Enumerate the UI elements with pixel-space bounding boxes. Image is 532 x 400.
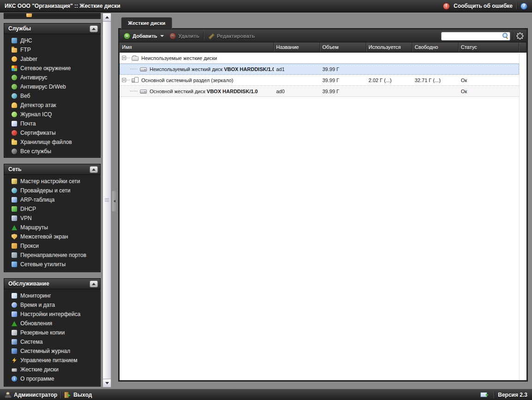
sidebar-collapse-handle[interactable] [112, 191, 116, 211]
report-error-link[interactable]: Сообщить об ошибке [453, 3, 513, 9]
scrollbar-thumb[interactable] [103, 22, 111, 379]
sidebar-item-icq-log[interactable]: Журнал ICQ [4, 110, 100, 119]
sidebar-item-interface-settings[interactable]: Настройки интерфейса [4, 310, 100, 319]
tab-hard-disks[interactable]: Жесткие диски [121, 17, 172, 29]
sidebar-item-vpn-server[interactable]: VPN [4, 214, 100, 223]
sidebar-item-proxy-lock[interactable]: Прокси [4, 241, 100, 251]
row-name-text: Неиспользуемые жесткие диски [141, 55, 217, 61]
sidebar-panel-partial [4, 13, 101, 19]
mail-envelope-icon [12, 121, 17, 126]
collapse-section-button[interactable] [90, 281, 98, 287]
sidebar-item-system-monitor[interactable]: Система [4, 337, 100, 346]
sidebar-item-attack-detector-bell[interactable]: Детектор атак [4, 101, 100, 110]
scroll-up-button[interactable] [103, 13, 111, 22]
system-log-book-icon [12, 348, 17, 354]
sidebar-item-routes-arrow[interactable]: Маршруты [4, 223, 100, 232]
sidebar-item-label: DHCP [20, 206, 36, 212]
antivirus-icon [12, 75, 17, 80]
sidebar-item-backup[interactable]: Резервные копии [4, 328, 100, 337]
sidebar-item-ftp-folder[interactable]: FTP [4, 45, 100, 54]
sidebar-item-firewall-shield[interactable]: Межсетевой экран [4, 232, 100, 241]
gear-icon[interactable] [516, 32, 524, 40]
column-header[interactable]: Имя [120, 42, 274, 52]
sidebar-item-antivirus[interactable]: Антивирус [4, 73, 100, 82]
sidebar-item-port-forwarding[interactable]: Перенаправление портов [4, 251, 100, 260]
device-cell: ad0 [274, 89, 320, 94]
sidebar-item-network-tools-wrench[interactable]: Сетевые утилиты [4, 260, 100, 269]
sidebar-item-clock[interactable]: Время и дата [4, 300, 100, 310]
dns-tag-icon [12, 38, 17, 43]
sidebar-section-network: Сеть Мастер настройки сетиПровайдеры и с… [4, 164, 101, 272]
sidebar-item-label: Провайдеры и сети [20, 187, 70, 194]
statusbar-separator [60, 392, 61, 398]
row-name-text: Основной системный раздел (зеркало) [141, 78, 233, 83]
scroll-down-button[interactable] [103, 379, 111, 387]
tree-collapse-toggle[interactable] [122, 78, 126, 82]
sidebar-item-arp-table[interactable]: ARP-таблица [4, 195, 100, 204]
sidebar-item-power-bolt[interactable]: Управление питанием [4, 356, 100, 365]
tree-connector [127, 80, 130, 80]
sidebar-item-antivirus-drweb[interactable]: Антивирус DrWeb [4, 82, 100, 91]
column-header[interactable]: Название [274, 42, 320, 52]
interface-settings-icon [12, 311, 17, 317]
sidebar-item-certificates[interactable]: Сертификаты [4, 128, 100, 137]
edit-button[interactable]: Редактировать [206, 33, 256, 39]
volume-cell: 39.99 Г [320, 66, 366, 72]
sidebar-item-label: Все службы [20, 148, 51, 155]
tree-collapse-toggle[interactable] [122, 56, 126, 60]
delete-button[interactable]: − Удалить [168, 33, 200, 39]
sidebar-scrollbar[interactable] [103, 13, 111, 388]
sidebar-item-label: Сертификаты [20, 130, 56, 136]
sidebar-item-about-info[interactable]: iО программе [4, 374, 100, 383]
volume-cell: 39.99 Г [320, 89, 366, 94]
disks-grid: ИмяНазваниеОбъемИспользуетсяСвободноСтат… [120, 42, 526, 380]
section-items: МониторингВремя и датаНастройки интерфей… [4, 289, 100, 383]
logout-door-icon [64, 392, 69, 398]
table-row[interactable]: Основной жесткий диск VBOX HARDDISK/1.0a… [120, 86, 519, 97]
sidebar-item-providers-globe[interactable]: Провайдеры и сети [4, 186, 100, 195]
port-forwarding-icon [12, 252, 17, 258]
column-header[interactable]: Статус [459, 42, 519, 52]
sidebar-item-system-log-book[interactable]: Системный журнал [4, 346, 100, 356]
table-row[interactable]: Неиспользуемый жесткий диск VBOX HARDDIS… [120, 64, 519, 75]
sidebar-item-web-globe[interactable]: Веб [4, 91, 100, 101]
wizard-wand-icon [12, 179, 17, 184]
column-header[interactable]: Свободно [412, 42, 459, 52]
add-button-label: Добавить [133, 33, 157, 39]
column-header[interactable]: Используется [366, 42, 412, 52]
help-icon[interactable]: ? [520, 3, 527, 10]
sidebar-item-updates-arrow[interactable]: Обновления [4, 319, 100, 328]
sidebar-item-mail-envelope[interactable]: Почта [4, 119, 100, 128]
table-row[interactable]: Основной системный раздел (зеркало)39.99… [120, 75, 519, 86]
status-cell: Ок [459, 78, 519, 83]
logout-button[interactable]: Выход [73, 392, 92, 398]
tree-connector [130, 69, 138, 69]
sidebar-item-file-storage-folder[interactable]: Хранилище файлов [4, 137, 100, 147]
sidebar-item-label: Хранилище файлов [20, 139, 72, 145]
collapse-section-button[interactable] [90, 25, 98, 32]
sidebar-item-dns-tag[interactable]: ДНС [4, 36, 100, 45]
sidebar-item-network-neighborhood[interactable]: Сетевое окружение [4, 64, 100, 73]
icq-log-icon [12, 112, 17, 117]
mirror-icon [132, 77, 139, 83]
table-row[interactable]: Неиспользуемые жесткие диски [120, 53, 519, 64]
sidebar-item-jabber-bulb[interactable]: Jabber [4, 54, 100, 64]
column-header[interactable]: Объем [320, 42, 366, 52]
error-icon: ! [443, 3, 450, 10]
remote-monitor-icon[interactable] [480, 392, 487, 397]
row-name-text: Основной жесткий диск [150, 89, 207, 94]
sidebar-item-monitoring-chart[interactable]: Мониторинг [4, 291, 100, 300]
sidebar-item-dhcp-arrows[interactable]: DHCP [4, 204, 100, 214]
sidebar-item-all-services-gear[interactable]: Все службы [4, 147, 100, 156]
hard-disks-icon [12, 368, 17, 372]
section-items: Мастер настройки сетиПровайдеры и сетиAR… [4, 175, 100, 269]
user-icon [5, 392, 11, 398]
row-name-label: Основной жесткий диск VBOX HARDDISK/1.0 [150, 89, 258, 94]
sidebar-item-partial[interactable] [4, 13, 100, 19]
collapse-section-button[interactable] [90, 166, 98, 173]
sidebar-item-wizard-wand[interactable]: Мастер настройки сети [4, 177, 100, 186]
add-button[interactable]: + Добавить [122, 33, 165, 39]
row-name-label: Основной системный раздел (зеркало) [141, 78, 233, 83]
search-input[interactable] [441, 32, 510, 41]
sidebar-item-hard-disks[interactable]: Жесткие диски [4, 365, 100, 374]
